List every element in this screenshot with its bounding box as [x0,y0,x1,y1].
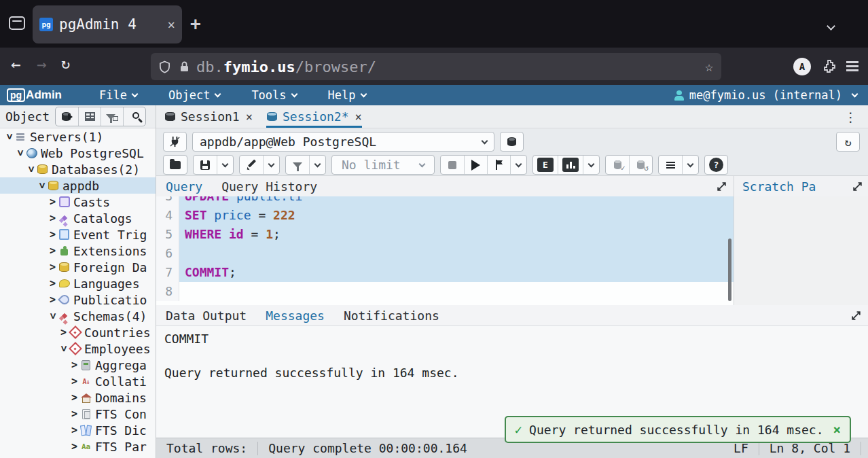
hamburger-menu-icon[interactable] [846,61,858,63]
connection-status-button[interactable] [163,132,187,152]
collapse-chevron-icon[interactable]: > [36,181,48,191]
expand-editor-button[interactable] [717,181,727,192]
stop-button[interactable] [441,156,464,174]
browser-tab-pgadmin[interactable]: pg pgAdmin 4 × [33,5,182,43]
tree-item-employees[interactable]: >Employees [0,340,156,357]
edit-button[interactable] [240,156,263,174]
collapse-chevron-icon[interactable]: > [25,164,37,175]
rows-limit-select[interactable]: No limit [331,155,435,175]
expand-chevron-icon[interactable]: > [48,261,58,273]
expand-chevron-icon[interactable]: > [48,196,58,208]
expand-chevron-icon[interactable]: > [69,391,79,404]
search-objects-button[interactable] [123,107,145,126]
tree-item-foreign-da[interactable]: >Foreign Da [0,259,156,275]
back-button[interactable]: ← [11,55,20,74]
close-toast-icon[interactable]: × [833,422,841,437]
open-file-button[interactable] [164,156,187,174]
explain-options-button[interactable] [583,156,599,174]
tree-item-web-postgresql[interactable]: >Web PostgreSQL [0,145,156,161]
filtered-rows-button[interactable] [101,107,123,126]
forward-button[interactable]: → [37,55,46,74]
tree-item-languages[interactable]: >Languages [0,275,156,292]
expand-chevron-icon[interactable]: > [48,228,58,241]
sql-editor[interactable]: 3UPDATE public.ti4SET price = 2225WHERE … [156,196,734,305]
close-tab-icon[interactable]: × [355,110,362,124]
macros-button[interactable] [659,156,682,174]
url-bar[interactable]: db.fymio.us/browser/ ☆ [151,53,721,80]
edit-options-button[interactable] [263,156,279,174]
expand-chevron-icon[interactable]: > [48,212,58,224]
tree-item-fts-con[interactable]: >FTS Con [0,406,156,422]
explain-button[interactable]: E [533,156,558,174]
tab-query-history[interactable]: Query History [221,179,317,194]
tree-item-servers-1[interactable]: >Servers(1) [0,128,156,145]
macros-options-button[interactable] [682,156,698,174]
collapse-chevron-icon[interactable]: > [14,148,26,158]
browser-view-button[interactable] [7,14,27,33]
new-tab-button[interactable]: + [190,14,201,34]
tab-messages[interactable]: Messages [266,309,325,323]
tree-item-fts-par[interactable]: >AaFTS Par [0,438,156,455]
menu-help[interactable]: Help [328,88,366,102]
tree-item-publicatio[interactable]: >Publicatio [0,292,156,308]
tab-query[interactable]: Query [166,179,202,194]
list-tabs-chevron-icon[interactable] [828,19,834,32]
explain-analyze-button[interactable] [558,156,583,174]
scratch-pad-body[interactable] [734,196,868,305]
execute-button[interactable] [464,156,487,174]
editor-scrollbar[interactable] [728,239,731,301]
shield-icon[interactable] [159,60,170,73]
lock-icon[interactable] [179,60,189,73]
tree-item-fts-dic[interactable]: >FTS Dic [0,422,156,438]
execute-options-button[interactable] [487,156,510,174]
expand-chevron-icon[interactable]: > [48,277,58,289]
tree-item-event-trig[interactable]: >Event Trig [0,226,156,243]
expand-scratch-button[interactable] [852,181,863,192]
user-menu[interactable]: me@fymio.us (internal) [674,88,857,102]
session-tab-session2[interactable]: Session2*× [266,105,362,128]
tab-notifications[interactable]: Notifications [344,309,439,323]
tree-item-schemas-4[interactable]: >Schemas(4) [0,308,156,324]
tree-item-databases-2[interactable]: >Databases(2) [0,161,156,177]
tree-item-countries[interactable]: >Countries [0,324,156,340]
expand-chevron-icon[interactable]: > [69,359,79,371]
tree-item-domains[interactable]: >Domains [0,389,156,406]
save-file-button[interactable] [194,156,217,174]
session-tab-session1[interactable]: Session1× [164,105,253,128]
menu-file[interactable]: File [99,88,137,102]
tree-item-appdb[interactable]: >appdb [0,177,156,194]
filter-options-button[interactable] [309,156,325,174]
rollback-button[interactable]: ↺ [629,156,652,174]
collapse-chevron-icon[interactable]: > [47,311,59,321]
tree-item-catalogs[interactable]: >Catalogs [0,210,156,226]
save-options-button[interactable] [217,156,233,174]
tree-item-aggrega[interactable]: >Aggrega [0,357,156,373]
tree-item-collati[interactable]: >A↓Collati [0,373,156,389]
bookmark-star-icon[interactable]: ☆ [705,58,713,75]
connection-select[interactable]: appdb/app@Web PostgreSQL [192,132,494,152]
extensions-puzzle-icon[interactable] [822,58,837,73]
close-tab-icon[interactable]: × [168,17,175,32]
tree-item-extensions[interactable]: >Extensions [0,243,156,259]
commit-button[interactable]: ✓ [606,156,629,174]
query-tool-button[interactable] [56,107,78,126]
close-tab-icon[interactable]: × [246,110,253,124]
tab-data-output[interactable]: Data Output [166,309,247,323]
reset-layout-button[interactable]: ↻ [836,132,860,152]
eol-indicator[interactable]: LF [723,441,759,455]
expand-chevron-icon[interactable]: > [69,424,79,436]
expand-chevron-icon[interactable]: > [69,375,79,387]
reload-button[interactable]: ↻ [61,55,70,72]
account-avatar[interactable]: A [793,58,811,75]
panel-overflow-menu[interactable]: ⋮ [844,109,857,124]
help-button[interactable]: ? [704,155,728,175]
expand-chevron-icon[interactable]: > [69,440,79,453]
expand-chevron-icon[interactable]: > [48,245,58,257]
collapse-chevron-icon[interactable]: > [3,132,16,142]
view-data-button[interactable] [78,107,101,126]
new-connection-button[interactable] [500,132,524,152]
expand-output-button[interactable] [851,311,861,321]
menu-object[interactable]: Object [168,88,220,102]
menu-tools[interactable]: Tools [251,88,296,102]
tree-item-casts[interactable]: >Casts [0,194,156,210]
